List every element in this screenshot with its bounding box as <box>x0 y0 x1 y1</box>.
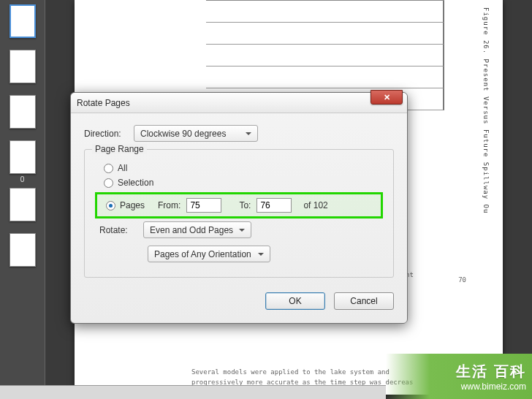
radio-pages-label: Pages <box>120 200 145 210</box>
figure-caption: Figure 26. Present Versus Future Spillwa… <box>471 7 490 365</box>
page-thumbnail[interactable] <box>10 4 36 38</box>
watermark-url: www.bimeiz.com <box>461 381 526 392</box>
to-input[interactable] <box>256 198 292 213</box>
orientation-value: Pages of Any Orientation <box>154 249 251 259</box>
page-thumbnail[interactable] <box>10 233 36 267</box>
pages-row-highlight: Pages From: To: of 102 <box>95 192 383 218</box>
radio-selection-row[interactable]: Selection <box>95 178 383 188</box>
from-label: From: <box>158 200 180 210</box>
radio-pages[interactable] <box>106 201 115 210</box>
direction-dropdown[interactable]: Clockwise 90 degrees <box>134 125 258 142</box>
radio-selection[interactable] <box>104 178 113 188</box>
thumb-number: 0 <box>0 175 45 183</box>
page-range-legend: Page Range <box>92 144 147 154</box>
dialog-body: Direction: Clockwise 90 degrees Page Ran… <box>71 113 407 323</box>
dialog-title: Rotate Pages <box>77 98 130 108</box>
watermark-text: 生活 百科 <box>456 362 526 381</box>
direction-label: Direction: <box>84 129 134 139</box>
even-odd-dropdown[interactable]: Even and Odd Pages <box>143 221 251 238</box>
radio-selection-label: Selection <box>118 178 153 188</box>
dialog-titlebar[interactable]: Rotate Pages ✕ <box>71 93 407 113</box>
rotate-pages-dialog: Rotate Pages ✕ Direction: Clockwise 90 d… <box>70 92 408 324</box>
of-total-label: of 102 <box>303 200 327 210</box>
to-label: To: <box>239 200 251 210</box>
page-thumbnail[interactable] <box>10 50 36 83</box>
radio-all[interactable] <box>104 164 113 173</box>
direction-value: Clockwise 90 degrees <box>140 129 226 139</box>
close-icon: ✕ <box>384 93 390 102</box>
page-thumbnail[interactable] <box>10 140 36 174</box>
cancel-button[interactable]: Cancel <box>334 292 394 310</box>
from-input[interactable] <box>186 198 221 213</box>
page-range-fieldset: Page Range All Selection Pages From: To: <box>84 149 394 278</box>
radio-all-label: All <box>118 163 127 173</box>
orientation-dropdown[interactable]: Pages of Any Orientation <box>148 246 270 262</box>
radio-pages-row[interactable]: Pages <box>102 200 145 210</box>
rotate-label: Rotate: <box>99 225 136 235</box>
watermark: 生活 百科 www.bimeiz.com <box>386 354 532 399</box>
even-odd-value: Even and Odd Pages <box>150 225 233 235</box>
close-button[interactable]: ✕ <box>370 90 403 104</box>
thumbnail-strip: 0 <box>0 0 45 399</box>
status-bar <box>0 385 386 399</box>
radio-all-row[interactable]: All <box>95 163 383 173</box>
page-thumbnail[interactable] <box>10 188 36 221</box>
ok-button[interactable]: OK <box>265 292 325 310</box>
page-thumbnail[interactable] <box>10 95 36 129</box>
